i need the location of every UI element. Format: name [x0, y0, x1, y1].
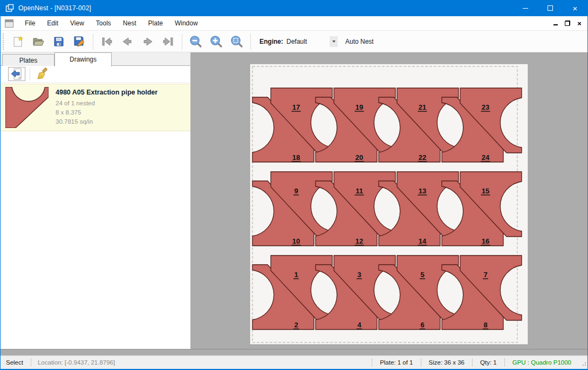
go-first-button[interactable]: [99, 33, 115, 50]
zoom-extents-icon: [230, 35, 244, 49]
part-shape-thumbnail: [5, 87, 49, 128]
menu-file[interactable]: File: [19, 17, 41, 30]
toolbar-separator: [30, 68, 30, 80]
status-bar: Select Location: [-0.9437, 21.8796] Plat…: [1, 355, 587, 369]
drawing-size: 8 x 8.375: [56, 108, 158, 117]
part-number-label: 16: [482, 237, 489, 245]
app-icon: [5, 4, 14, 12]
part-number-label: 23: [482, 103, 489, 111]
zoom-extents-button[interactable]: [229, 33, 245, 50]
drawing-title: 4980 A05 Extraction pipe holder: [56, 89, 158, 96]
drawing-list-item[interactable]: 4980 A05 Extraction pipe holder 24 of 1 …: [1, 84, 190, 131]
part-number-label: 22: [419, 153, 426, 162]
new-document-button[interactable]: [10, 33, 26, 50]
resize-grip[interactable]: [579, 359, 586, 366]
part-number-label: 24: [482, 153, 490, 162]
menu-window[interactable]: Window: [169, 17, 204, 30]
part-number-label: 21: [419, 103, 426, 111]
go-last-icon: [161, 35, 175, 48]
part-number-label: 7: [483, 271, 487, 279]
title-bar: OpenNest - [N0317-002] ×: [1, 0, 587, 16]
drawing-area: 30.7815 sq/in: [56, 117, 158, 126]
status-gpu: GPU : Quadro P1000: [505, 359, 579, 366]
status-mode: Select: [1, 359, 31, 366]
save-as-icon: [73, 35, 86, 48]
menu-edit[interactable]: Edit: [41, 17, 64, 30]
part-number-label: 3: [357, 271, 361, 279]
menu-tools[interactable]: Tools: [90, 17, 117, 30]
main-toolbar: Engine: Default Auto Nest: [1, 31, 587, 52]
part-number-label: 2: [294, 321, 298, 329]
drawing-nested-count: 24 of 1 nested: [56, 99, 158, 108]
open-file-icon: [32, 35, 45, 48]
back-to-drawings-icon: [10, 68, 23, 80]
drawings-panel: 4980 A05 Extraction pipe holder 24 of 1 …: [1, 66, 190, 349]
sidebar: Plates Drawings: [1, 52, 191, 349]
part-number-label: 19: [355, 103, 363, 111]
auto-nest-button[interactable]: Auto Nest: [345, 38, 374, 45]
maximize-icon: [548, 5, 553, 11]
maximize-button[interactable]: [538, 0, 563, 16]
nest-canvas[interactable]: 171819202122232491011121314151612345678: [191, 52, 588, 349]
status-plate: Plate: 1 of 1: [372, 359, 420, 366]
drawing-thumbnail: [4, 87, 50, 128]
save-button[interactable]: [51, 33, 67, 50]
mdi-restore-button[interactable]: [562, 17, 573, 29]
toolbar-grip[interactable]: [3, 33, 4, 50]
go-previous-button[interactable]: [119, 33, 135, 50]
mdi-close-icon: ×: [577, 20, 582, 27]
back-to-drawings-button[interactable]: [8, 67, 25, 81]
mdi-close-button[interactable]: ×: [573, 17, 585, 29]
nest-view: 171819202122232491011121314151612345678: [191, 52, 588, 349]
engine-label: Engine:: [259, 38, 283, 45]
close-button[interactable]: ×: [563, 0, 587, 16]
zoom-out-icon: [189, 35, 203, 49]
tab-strip: Plates Drawings: [1, 52, 190, 66]
chevron-down-icon[interactable]: [330, 36, 338, 47]
go-last-button[interactable]: [160, 33, 176, 50]
tab-plates[interactable]: Plates: [2, 54, 54, 66]
menu-view[interactable]: View: [64, 17, 90, 30]
mdi-minimize-button[interactable]: [550, 17, 562, 29]
open-file-button[interactable]: [30, 33, 46, 50]
part-number-label: 1: [294, 271, 298, 279]
close-icon: ×: [573, 4, 578, 12]
part-number-label: 10: [292, 237, 300, 245]
save-icon: [52, 35, 65, 48]
toolbar-separator: [250, 33, 251, 50]
part-number-label: 18: [292, 153, 300, 162]
zoom-out-button[interactable]: [188, 33, 204, 50]
go-next-button[interactable]: [140, 33, 156, 50]
save-as-button[interactable]: [71, 33, 87, 50]
part-number-label: 5: [420, 271, 424, 279]
document-icon: [5, 19, 13, 28]
status-size: Size: 36 x 36: [421, 359, 472, 366]
part-number-label: 20: [355, 153, 363, 162]
go-first-icon: [100, 35, 114, 48]
status-qty: Qty: 1: [473, 359, 504, 366]
mdi-restore-icon: [565, 21, 570, 26]
tab-drawings[interactable]: Drawings: [54, 52, 112, 66]
minimize-button[interactable]: [513, 0, 538, 16]
zoom-in-button[interactable]: [208, 33, 224, 50]
go-next-icon: [141, 35, 155, 48]
part-number-label: 15: [482, 187, 489, 195]
mdi-minimize-icon: [553, 24, 558, 25]
menu-bar: File Edit View Tools Nest Plate Window ×: [1, 16, 587, 31]
menu-plate[interactable]: Plate: [142, 17, 169, 30]
toolbar-separator: [93, 33, 93, 50]
engine-value: Default: [286, 38, 330, 45]
minimize-icon: [523, 8, 528, 9]
engine-combobox[interactable]: Default: [286, 36, 338, 48]
part-number-label: 11: [355, 187, 363, 195]
part-number-label: 13: [419, 187, 426, 195]
part-number-label: 8: [483, 321, 487, 329]
drawings-toolbar: [1, 66, 190, 83]
part-number-label: 4: [357, 321, 361, 329]
clean-drawings-button[interactable]: [35, 67, 50, 81]
toolbar-separator: [182, 33, 182, 50]
part-number-label: 12: [355, 237, 363, 245]
go-previous-icon: [120, 35, 134, 48]
menu-nest[interactable]: Nest: [117, 17, 142, 30]
broom-icon: [36, 68, 49, 80]
